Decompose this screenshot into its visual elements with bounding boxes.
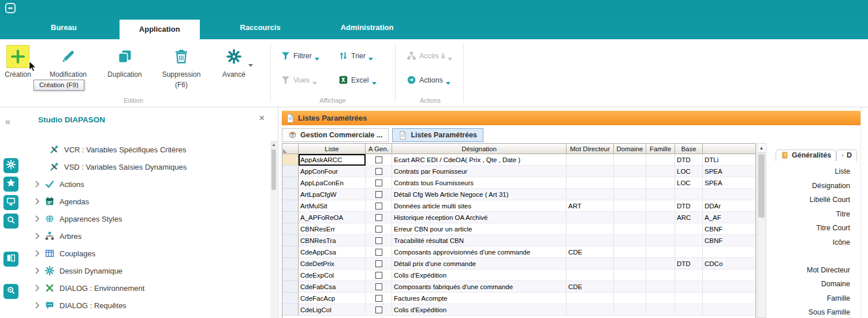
cell-extra[interactable] <box>703 293 756 304</box>
cell-designation[interactable]: Ecart ARC EDI / CdeOA( Prix , Qte , Date… <box>392 154 567 166</box>
strip-search-plus-button[interactable] <box>3 284 18 299</box>
table-row[interactable]: CdeLigColColis d'Expédition <box>282 304 755 316</box>
cell-a-gen[interactable] <box>366 235 392 246</box>
cell-designation[interactable]: Composants fabriqués d'une commande <box>392 281 567 293</box>
cell-mot[interactable] <box>567 166 614 177</box>
tree-item-vsd-variables-saisies-dynamiques[interactable]: VSD : Variables Saisies Dynamiques <box>22 158 270 175</box>
cell-base[interactable] <box>675 223 703 235</box>
cell-base[interactable]: ARC <box>675 212 703 223</box>
cell-domaine[interactable] <box>614 281 646 293</box>
cell-liste[interactable]: CdeLigCol <box>299 304 366 316</box>
checkbox[interactable] <box>375 179 382 186</box>
column-header-base[interactable]: Base <box>675 144 703 154</box>
cell-a-gen[interactable] <box>366 304 392 316</box>
strip-columns-button[interactable] <box>3 252 18 267</box>
checkbox[interactable] <box>375 237 382 244</box>
tab-generalites[interactable]: Généralités <box>776 149 836 161</box>
table-row[interactable]: CBNResTraTracabilité résultat CBNCBNF <box>282 235 755 246</box>
cell-famille[interactable] <box>646 189 675 200</box>
cell-designation[interactable]: Tracabilité résultat CBN <box>392 235 567 246</box>
cell-famille[interactable] <box>646 258 675 270</box>
table-row[interactable]: ArtLpaCfgWDétail Cfg Web Article Negoce … <box>282 189 755 200</box>
grid-scrollbar[interactable]: ▲ <box>757 143 766 318</box>
table-row[interactable]: AppLpaConEnContrats tous FournisseursLOC… <box>282 177 755 189</box>
tree-item-couplages[interactable]: Couplages <box>22 245 270 262</box>
strip-settings-button[interactable] <box>3 158 18 173</box>
checkbox[interactable] <box>375 156 382 163</box>
cell-designation[interactable]: Données article multi sites <box>392 200 567 212</box>
cell-a-gen[interactable] <box>366 166 392 177</box>
cell-base[interactable] <box>675 235 703 246</box>
cell-designation[interactable]: Contrats par Fournisseur <box>392 166 567 177</box>
cell-mot[interactable]: ART <box>567 200 614 212</box>
cell-domaine[interactable] <box>614 154 646 166</box>
cell-designation[interactable]: Colis d'Expédition <box>392 304 567 316</box>
checkbox[interactable] <box>375 283 382 290</box>
cell-a-gen[interactable] <box>366 189 392 200</box>
cell-extra[interactable]: A_AF <box>703 212 756 223</box>
tree-item-dialog-requ-tes[interactable]: DIALOG : Requêtes <box>22 297 270 314</box>
tab-gestion-commerciale[interactable]: Gestion Commerciale ... <box>282 128 389 142</box>
cell-a-gen[interactable] <box>366 223 392 235</box>
checkbox[interactable] <box>375 191 382 198</box>
row-selector[interactable] <box>282 177 299 189</box>
checkbox[interactable] <box>375 295 382 302</box>
cell-liste[interactable]: CdeFabCsa <box>299 281 366 293</box>
chevron-right-icon[interactable] <box>35 285 40 291</box>
cell-a-gen[interactable] <box>366 281 392 293</box>
cell-extra[interactable] <box>703 281 756 293</box>
row-selector[interactable] <box>282 189 299 200</box>
cell-designation[interactable]: Factures Acompte <box>392 293 567 304</box>
cell-domaine[interactable] <box>614 189 646 200</box>
cell-extra[interactable] <box>703 189 756 200</box>
cell-a-gen[interactable] <box>366 200 392 212</box>
cell-liste[interactable]: CBNResTra <box>299 235 366 246</box>
cell-liste[interactable]: CdeDetPrix <box>299 258 366 270</box>
tree-item-agendas[interactable]: Agendas <box>22 193 270 210</box>
cell-base[interactable]: LOC <box>675 166 703 177</box>
cell-mot[interactable] <box>567 212 614 223</box>
row-selector[interactable] <box>282 246 299 258</box>
cell-base[interactable] <box>675 281 703 293</box>
cell-extra[interactable] <box>703 270 756 281</box>
column-header-extra[interactable] <box>703 144 756 154</box>
row-selector[interactable] <box>282 235 299 246</box>
cell-extra[interactable]: CDCo <box>703 258 756 270</box>
select-all-corner[interactable] <box>282 144 299 154</box>
row-selector[interactable] <box>282 258 299 270</box>
cell-a-gen[interactable] <box>366 258 392 270</box>
cell-famille[interactable] <box>646 177 675 189</box>
cell-domaine[interactable] <box>614 304 646 316</box>
tree-item-apparences-styles[interactable]: Apparences Styles <box>22 210 270 227</box>
checkbox[interactable] <box>375 306 382 313</box>
cell-domaine[interactable] <box>614 270 646 281</box>
strip-monitor-button[interactable] <box>3 195 18 210</box>
checkbox[interactable] <box>375 226 382 233</box>
checkbox[interactable] <box>375 168 382 175</box>
app-icon[interactable] <box>5 2 16 14</box>
chevron-right-icon[interactable] <box>35 250 40 257</box>
cell-extra[interactable]: DTLi <box>703 154 756 166</box>
cell-mot[interactable] <box>567 293 614 304</box>
cell-famille[interactable] <box>646 166 675 177</box>
cell-mot[interactable]: CDE <box>567 281 614 293</box>
column-header-d-signation[interactable]: Désignation <box>392 144 567 154</box>
scroll-up-icon[interactable]: ▲ <box>270 141 277 148</box>
cell-domaine[interactable] <box>614 223 646 235</box>
column-header-mot-directeur[interactable]: Mot Directeur <box>567 144 614 154</box>
chevron-right-icon[interactable] <box>35 302 40 309</box>
cell-base[interactable] <box>675 246 703 258</box>
cell-extra[interactable]: DDAr <box>703 200 756 212</box>
row-selector[interactable] <box>282 212 299 223</box>
table-row[interactable]: CdeExpColColis d'Expédition <box>282 270 755 281</box>
tree-item-dialog-environnement[interactable]: DIALOG : Environnement <box>22 279 270 297</box>
column-header-famille[interactable]: Famille <box>646 144 675 154</box>
cell-designation[interactable]: Historique réception OA Archivé <box>392 212 567 223</box>
strip-star-button[interactable] <box>3 177 18 192</box>
cell-liste[interactable]: ArtLpaCfgW <box>299 189 366 200</box>
table-row[interactable]: AppAskARCCEcart ARC EDI / CdeOA( Prix , … <box>282 154 755 166</box>
tab-administration[interactable]: Administration <box>326 16 409 39</box>
strip-search-button[interactable] <box>3 214 18 229</box>
cell-designation[interactable]: Erreur CBN pour un article <box>392 223 567 235</box>
cell-extra[interactable]: SPEA <box>703 177 756 189</box>
